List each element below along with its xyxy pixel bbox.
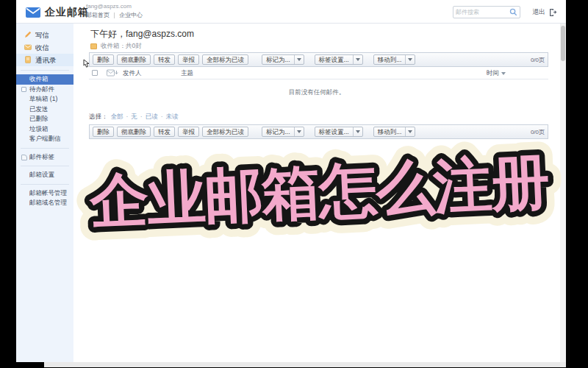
toolbar-bottom: 删除 彻底删除 转发 举报 全部标为已读 标记为... 标签设置... 移动到.… bbox=[89, 124, 548, 139]
sidebar-separator bbox=[21, 70, 69, 71]
sort-caret-icon bbox=[501, 72, 506, 75]
scrollbar-thumb[interactable] bbox=[561, 26, 565, 61]
dropdown-label: 标签设置... bbox=[315, 127, 353, 137]
sidebar-folder-drafts[interactable]: 草稿箱 (1) bbox=[16, 94, 74, 105]
sidebar-folder-todo[interactable]: 待办邮件 bbox=[16, 85, 74, 95]
page-indicator: 0/0页 bbox=[531, 56, 545, 64]
mark-as-dropdown[interactable]: 标记为... bbox=[262, 54, 304, 65]
sidebar-folder-client-deleted[interactable]: 客户端删信 bbox=[16, 134, 74, 144]
report-button[interactable]: 举报 bbox=[178, 54, 199, 65]
account-email: fang@aspzs.com bbox=[86, 3, 143, 10]
nav-enterprise-center[interactable]: 企业中心 bbox=[119, 11, 143, 19]
sidebar-item-domain-management[interactable]: 邮箱域名管理 bbox=[16, 198, 74, 208]
vertical-scrollbar[interactable] bbox=[560, 24, 566, 362]
folder-label: 待办邮件 bbox=[29, 85, 54, 93]
sidebar-folder-inbox[interactable]: 收件箱 bbox=[16, 74, 74, 85]
select-none-link[interactable]: 无 bbox=[131, 113, 145, 121]
sidebar-item-mail-settings[interactable]: 邮箱设置 bbox=[16, 170, 74, 180]
move-to-dropdown[interactable]: 移动到... bbox=[373, 54, 416, 65]
sidebar-folder-deleted[interactable]: 已删除 bbox=[16, 114, 74, 124]
sidebar-item-mail-tags[interactable]: 邮件标签 bbox=[16, 152, 74, 163]
search-input[interactable] bbox=[453, 9, 509, 15]
sidebar-item-compose[interactable]: 写信 bbox=[16, 29, 74, 41]
mark-as-dropdown[interactable]: 标记为... bbox=[262, 127, 304, 137]
forward-button[interactable]: 转发 bbox=[154, 54, 175, 65]
select-all-link[interactable]: 全部 bbox=[111, 113, 132, 121]
column-subject[interactable]: 主题 bbox=[181, 69, 193, 78]
column-sender[interactable]: 发件人 bbox=[123, 69, 142, 78]
report-button[interactable]: 举报 bbox=[178, 127, 199, 137]
delete-permanently-button[interactable]: 彻底删除 bbox=[117, 54, 151, 65]
sidebar-folder-junk[interactable]: 垃圾箱 bbox=[16, 124, 74, 135]
chevron-down-icon bbox=[294, 55, 304, 64]
cursor-hand-icon bbox=[81, 59, 91, 71]
app-header: 企业邮箱 fang@aspzs.com 邮箱首页 企业中心 退出 bbox=[16, 0, 566, 24]
logout-label: 退出 bbox=[532, 7, 545, 17]
mark-all-read-button[interactable]: 全部标为已读 bbox=[202, 54, 248, 65]
nav-divider bbox=[114, 13, 115, 18]
folder-label: 收件箱 bbox=[29, 75, 49, 82]
sidebar-separator bbox=[21, 184, 69, 185]
todo-checkbox-icon bbox=[21, 87, 26, 92]
forward-button[interactable]: 转发 bbox=[154, 127, 175, 137]
sidebar-item-label: 通讯录 bbox=[35, 56, 57, 64]
select-label: 选择： bbox=[89, 113, 108, 121]
sidebar-item-label: 邮件标签 bbox=[29, 153, 54, 160]
logout-icon bbox=[549, 8, 557, 16]
select-read-link[interactable]: 已读 bbox=[146, 113, 166, 121]
column-time[interactable]: 时间 bbox=[487, 69, 506, 78]
sidebar-item-label: 写信 bbox=[35, 31, 49, 39]
sidebar-separator bbox=[21, 166, 69, 166]
brand-name: 企业邮箱 bbox=[45, 6, 89, 19]
chevron-down-icon bbox=[405, 55, 415, 64]
select-all-checkbox[interactable] bbox=[92, 70, 98, 76]
sidebar-item-contacts[interactable]: 通讯录 bbox=[16, 54, 74, 66]
mail-app-window: 企业邮箱 fang@aspzs.com 邮箱首页 企业中心 退出 bbox=[16, 0, 566, 362]
chevron-down-icon bbox=[353, 127, 362, 136]
mail-search-box[interactable] bbox=[453, 6, 520, 18]
inbox-folder-icon bbox=[90, 43, 97, 49]
delete-button[interactable]: 删除 bbox=[93, 127, 114, 137]
logout-button[interactable]: 退出 bbox=[532, 7, 557, 17]
brand-logo: 企业邮箱 bbox=[26, 6, 89, 19]
sidebar-item-label: 邮箱域名管理 bbox=[29, 199, 67, 206]
sidebar-item-label: 收信 bbox=[35, 43, 49, 52]
move-to-dropdown[interactable]: 移动到... bbox=[373, 127, 416, 137]
main-content: 下午好，fang@aspzs.com 收件箱：共0封 删除 彻底删除 转发 举报… bbox=[74, 24, 560, 362]
bottom-scroll-strip[interactable] bbox=[44, 362, 566, 367]
sidebar-item-receive[interactable]: 收信 bbox=[16, 41, 74, 54]
contacts-book-icon bbox=[24, 56, 32, 63]
envelope-sort-icon[interactable] bbox=[107, 69, 118, 77]
sidebar-item-label: 邮箱设置 bbox=[29, 171, 54, 178]
search-icon[interactable] bbox=[509, 8, 517, 16]
sidebar-folder-sent[interactable]: 已发送 bbox=[16, 105, 74, 115]
chevron-down-icon bbox=[294, 127, 304, 136]
dropdown-label: 移动到... bbox=[374, 55, 406, 65]
folder-label: 已删除 bbox=[29, 115, 49, 122]
sidebar-item-account-management[interactable]: 邮箱帐号管理 bbox=[16, 188, 74, 199]
folder-label: 垃圾箱 bbox=[29, 125, 49, 132]
chevron-down-icon bbox=[405, 127, 415, 136]
chevron-down-icon bbox=[353, 55, 362, 64]
receive-mail-icon bbox=[24, 43, 32, 51]
tag-settings-dropdown[interactable]: 标签设置... bbox=[315, 127, 363, 137]
tag-settings-dropdown[interactable]: 标签设置... bbox=[315, 54, 363, 65]
mark-all-read-button[interactable]: 全部标为已读 bbox=[202, 127, 248, 137]
nav-mail-home[interactable]: 邮箱首页 bbox=[86, 11, 110, 19]
tag-icon bbox=[21, 155, 27, 160]
empty-list-message: 目前没有任何邮件。 bbox=[74, 88, 560, 97]
dropdown-label: 标记为... bbox=[262, 55, 294, 65]
sidebar-separator bbox=[21, 148, 69, 149]
select-unread-link[interactable]: 未读 bbox=[166, 113, 179, 121]
delete-button[interactable]: 删除 bbox=[93, 54, 114, 65]
page-indicator: 0/0页 bbox=[531, 128, 545, 136]
folder-label: 草稿箱 (1) bbox=[29, 95, 57, 102]
inbox-summary-label: 收件箱：共0封 bbox=[101, 42, 142, 51]
envelope-logo-icon bbox=[26, 7, 40, 18]
folder-label: 已发送 bbox=[29, 105, 49, 113]
delete-permanently-button[interactable]: 彻底删除 bbox=[117, 127, 151, 137]
compose-pencil-icon bbox=[24, 31, 32, 38]
inbox-summary: 收件箱：共0封 bbox=[90, 42, 142, 51]
sidebar-item-label: 邮箱帐号管理 bbox=[29, 189, 67, 197]
account-info: fang@aspzs.com 邮箱首页 企业中心 bbox=[86, 3, 143, 19]
